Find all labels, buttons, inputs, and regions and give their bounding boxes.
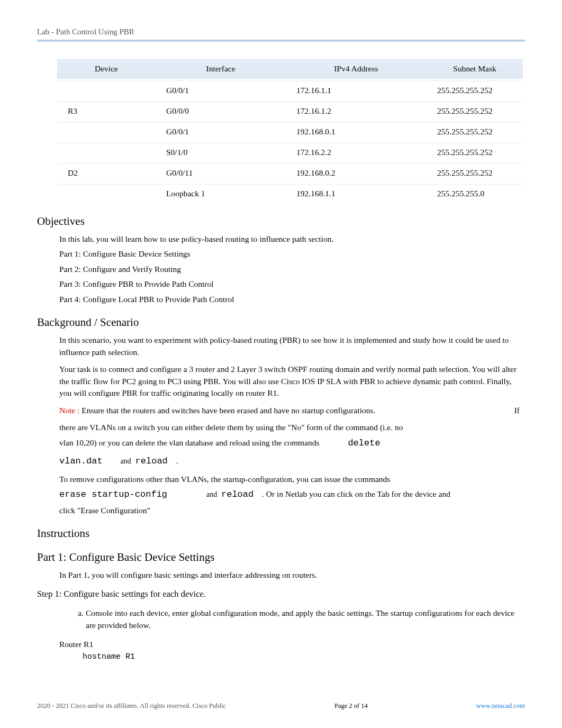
- part1-heading: Part 1: Configure Basic Device Settings: [37, 551, 525, 564]
- cell-interface: G0/0/11: [156, 163, 286, 182]
- objectives-heading: Objectives: [37, 215, 525, 228]
- code-hostname: hostname R1: [83, 652, 525, 661]
- cell-mask: 255.255.255.252: [427, 163, 523, 182]
- note-body-1: Ensure that the routers and switches hav…: [81, 406, 375, 415]
- table-row: Loopback 1 192.168.1.1 255.255.255.0: [57, 184, 523, 203]
- cmd-reload: reload: [135, 456, 168, 466]
- background-heading: Background / Scenario: [37, 316, 525, 329]
- th-interface: Interface: [156, 59, 286, 79]
- cmd-delete: delete: [348, 438, 380, 448]
- page-footer: 2020 - 2021 Cisco and/or its affiliates.…: [37, 702, 525, 710]
- th-ipv4: IPv4 Address: [286, 59, 427, 79]
- note-line-3: vlan 10,20) or you can delete the vlan d…: [59, 437, 520, 450]
- note-body-3: vlan 10,20) or you can delete the vlan d…: [59, 438, 320, 447]
- cell-device: [57, 80, 156, 99]
- cell-interface: Loopback 1: [156, 184, 286, 203]
- table-row: G0/0/1 192.168.0.1 255.255.255.252: [57, 122, 523, 141]
- table-row: D2 G0/0/11 192.168.0.2 255.255.255.252: [57, 163, 523, 182]
- cell-interface: G0/0/1: [156, 80, 286, 99]
- note-line-1: Note : Ensure that the routers and switc…: [59, 405, 520, 416]
- note-line-2: there are VLANs on a switch you can eith…: [59, 422, 520, 433]
- cell-mask: 255.255.255.252: [427, 80, 523, 99]
- cell-mask: 255.255.255.252: [427, 101, 523, 120]
- footer-copyright: 2020 - 2021 Cisco and/or its affiliates.…: [37, 702, 226, 710]
- cell-device: [57, 122, 156, 141]
- table-row: R3 G0/0/0 172.16.1.2 255.255.255.252: [57, 101, 523, 120]
- th-device: Device: [57, 59, 156, 79]
- cell-mask: 255.255.255.252: [427, 122, 523, 141]
- cmd-vlan-dat: vlan.dat: [59, 456, 103, 466]
- objectives-part: Part 1: Configure Basic Device Settings: [59, 248, 520, 260]
- note-if: If: [514, 405, 520, 416]
- instructions-heading: Instructions: [37, 527, 525, 540]
- cell-ipv4: 172.16.1.1: [286, 80, 427, 99]
- erase-config-line: click "Erase Configuration": [59, 505, 520, 516]
- table-row: G0/0/1 172.16.1.1 255.255.255.252: [57, 80, 523, 99]
- and-text: and: [121, 457, 131, 465]
- cell-device: D2: [57, 163, 156, 182]
- and-text-2: and: [206, 490, 217, 498]
- remove-config-line: To remove configurations other than VLAN…: [59, 474, 520, 485]
- header-divider: [37, 40, 525, 42]
- step1-title: Step 1: Configure basic settings for eac…: [37, 589, 525, 599]
- cell-ipv4: 172.16.1.2: [286, 101, 427, 120]
- objectives-part: Part 4: Configure Local PBR to Provide P…: [59, 294, 520, 305]
- objectives-intro: In this lab, you will learn how to use p…: [59, 233, 520, 245]
- step1-list: Console into each device, enter global c…: [65, 607, 525, 631]
- cell-device: R3: [57, 101, 156, 120]
- background-p1: In this scenario, you want to experiment…: [59, 334, 520, 358]
- cell-ipv4: 192.168.0.1: [286, 122, 427, 141]
- router-r1-label: Router R1: [59, 640, 525, 649]
- cell-mask: 255.255.255.252: [427, 142, 523, 161]
- part1-intro: In Part 1, you will configure basic sett…: [59, 569, 520, 581]
- page-header-title: Lab - Path Control Using PBR: [37, 28, 525, 37]
- footer-link[interactable]: www.netacad.com: [476, 702, 525, 710]
- dot: .: [176, 456, 178, 465]
- note-line-4: vlan.dat and reload .: [59, 455, 520, 468]
- table-row: S0/1/0 172.16.2.2 255.255.255.252: [57, 142, 523, 161]
- cell-mask: 255.255.255.0: [427, 184, 523, 203]
- cell-ipv4: 172.16.2.2: [286, 142, 427, 161]
- cell-ipv4: 192.168.1.1: [286, 184, 427, 203]
- cell-device: [57, 142, 156, 161]
- cell-device: [57, 184, 156, 203]
- objectives-part: Part 3: Configure PBR to Provide Path Co…: [59, 278, 520, 290]
- objectives-part: Part 2: Configure and Verify Routing: [59, 263, 520, 275]
- addressing-table: Device Interface IPv4 Address Subnet Mas…: [57, 57, 523, 204]
- th-mask: Subnet Mask: [427, 59, 523, 79]
- footer-page: Page 2 of 14: [334, 702, 368, 710]
- cell-interface: G0/0/0: [156, 101, 286, 120]
- erase-line: erase startup-config and reload . Or in …: [59, 488, 520, 502]
- step1-item-a: Console into each device, enter global c…: [86, 607, 525, 631]
- cell-interface: S0/1/0: [156, 142, 286, 161]
- cell-ipv4: 192.168.0.2: [286, 163, 427, 182]
- note-label: Note :: [59, 406, 79, 415]
- background-p2: Your task is to connect and configure a …: [59, 363, 520, 399]
- cell-interface: G0/0/1: [156, 122, 286, 141]
- cmd-reload-2: reload: [221, 489, 253, 499]
- erase-tail: . Or in Netlab you can click on the Tab …: [262, 489, 450, 498]
- cmd-erase-startup: erase startup-config: [59, 489, 167, 499]
